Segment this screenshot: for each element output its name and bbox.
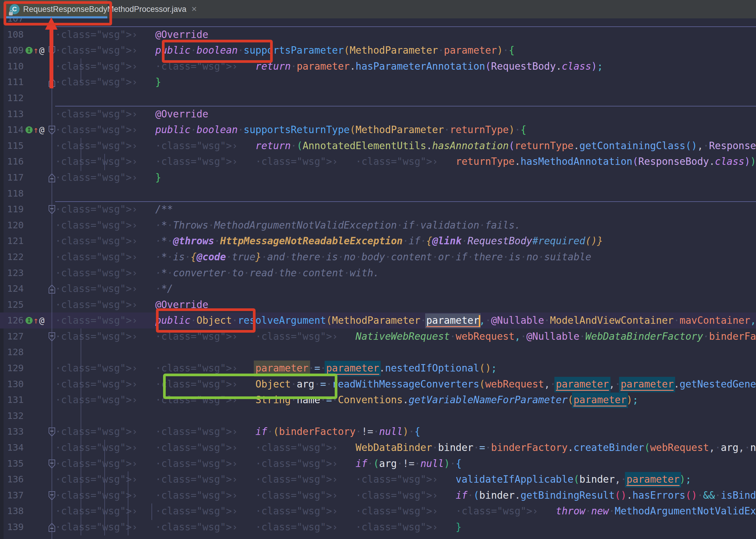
line-number[interactable]: 131 [0,392,24,408]
code-line-133[interactable]: 133·class="wsg">› ·class="wsg">› if·(bin… [0,424,756,440]
code-line-135[interactable]: 135·class="wsg">› ·class="wsg">› ·class=… [0,456,756,472]
token: { [509,44,515,56]
code-line-132[interactable]: 132 [0,408,756,424]
code-line-116[interactable]: 116·class="wsg">› ·class="wsg">› ·class=… [0,154,756,170]
line-number[interactable]: 135 [0,456,24,472]
code-area[interactable]: 107108·class="wsg">› @Override109I↑@·cla… [0,0,756,535]
implements-method-icon[interactable]: I [26,126,33,133]
token: returnType [456,156,515,167]
line-number[interactable]: 130 [0,376,24,392]
line-number[interactable]: 119 [0,201,24,217]
token: name [750,442,756,453]
code-line-124[interactable]: 124·class="wsg">› ·*/ [0,281,756,297]
code-line-119[interactable]: 119·class="wsg">› /** [0,201,756,217]
gutter-icons [24,360,49,376]
line-number[interactable]: 120 [0,217,24,233]
line-number[interactable]: 126 [0,313,24,329]
code-line-108[interactable]: 108·class="wsg">› @Override [0,27,756,43]
code-text: ·class="wsg">› } [55,170,756,186]
code-line-126[interactable]: 126I↑@·class="wsg">› public·Object·resol… [0,313,756,329]
token: parameter [426,315,480,327]
line-number[interactable]: 123 [0,265,24,281]
code-line-117[interactable]: 117·class="wsg">› } [0,170,756,186]
code-line-137[interactable]: 137·class="wsg">› ·class="wsg">› ·class=… [0,488,756,503]
token: ·*·converter·to·read·the·content·with. [155,267,379,279]
code-line-120[interactable]: 120·class="wsg">› ·*·Throws·MethodArgume… [0,217,756,233]
code-text: ·class="wsg">› ·*·converter·to·read·the·… [55,265,756,281]
line-number[interactable]: 124 [0,281,24,297]
code-line-112[interactable]: 112 [0,90,756,106]
code-line-130[interactable]: 130·class="wsg">› ·class="wsg">› Object·… [0,376,756,392]
line-number[interactable]: 136 [0,471,24,488]
gutter-icons[interactable]: I↑@ [24,313,49,329]
code-line-115[interactable]: 115·class="wsg">› ·class="wsg">› return·… [0,138,756,154]
gutter-icons[interactable]: I↑@ [24,42,49,58]
code-line-139[interactable]: 139·class="wsg">› ·class="wsg">› ·class=… [0,519,756,535]
token: = [480,442,485,453]
token: class [715,156,744,167]
line-number[interactable]: 121 [0,233,24,249]
token: ·*·Throws·MethodArgumentNotValidExceptio… [155,219,521,231]
code-line-118[interactable]: 118 [0,186,756,201]
annotation-gutter-icon[interactable]: @ [39,122,44,138]
code-line-129[interactable]: 129·class="wsg">› ·class="wsg">› paramet… [0,360,756,376]
line-number[interactable]: 139 [0,519,24,535]
line-number[interactable]: 114 [0,122,24,138]
code-line-128[interactable]: 128 [0,344,756,360]
code-line-134[interactable]: 134·class="wsg">› ·class="wsg">› ·class=… [0,440,756,456]
gutter-icons[interactable]: I↑@ [24,122,49,138]
line-number[interactable]: 108 [0,27,24,43]
implements-method-icon[interactable]: I [26,317,33,324]
token: arg [379,458,397,469]
line-number[interactable]: 115 [0,138,24,154]
line-number[interactable]: 127 [0,329,24,345]
overrides-arrow-icon[interactable]: ↑ [33,42,38,58]
code-line-114[interactable]: 114I↑@·class="wsg">› public·boolean·supp… [0,122,756,138]
code-line-123[interactable]: 123·class="wsg">› ·*·converter·to·read·t… [0,265,756,281]
token: parameter [297,60,350,72]
token: public·boolean· [155,124,244,135]
line-number[interactable]: 128 [0,344,24,360]
code-line-125[interactable]: 125·class="wsg">› @Override [0,297,756,313]
line-number[interactable]: 109 [0,42,24,58]
line-number[interactable]: 138 [0,503,24,519]
gutter-icons [24,488,49,503]
line-number[interactable]: 113 [0,106,24,122]
gutter-icons [24,344,49,360]
code-line-111[interactable]: 111·class="wsg">› } [0,74,756,90]
line-number[interactable]: 134 [0,440,24,456]
line-number[interactable]: 129 [0,360,24,376]
overrides-arrow-icon[interactable]: ↑ [33,313,38,329]
code-line-113[interactable]: 113·class="wsg">› @Override [0,106,756,122]
annotation-gutter-icon[interactable]: @ [39,313,44,329]
code-line-138[interactable]: 138·class="wsg">› ·class="wsg">› ·class=… [0,503,756,519]
code-line-122[interactable]: 122·class="wsg">› ·*·is·{@code·true}·and… [0,249,756,265]
line-number[interactable]: 116 [0,154,24,170]
line-number[interactable]: 110 [0,58,24,74]
token: ·class="wsg">› ·class="wsg">› ·class="ws… [55,505,556,517]
code-line-136[interactable]: 136·class="wsg">› ·class="wsg">› ·class=… [0,471,756,488]
line-number[interactable]: 117 [0,170,24,186]
token: ·class="wsg">› ·class="wsg">› [55,140,256,151]
line-number[interactable]: 122 [0,249,24,265]
tab-close-icon[interactable]: ✕ [191,0,197,18]
code-line-109[interactable]: 109I↑@·class="wsg">› public·boolean·supp… [0,42,756,58]
line-number[interactable]: 112 [0,90,24,106]
token: ( [474,490,480,501]
token: RequestBody [468,235,532,247]
line-number[interactable]: 125 [0,297,24,313]
line-number[interactable]: 111 [0,74,24,90]
implements-method-icon[interactable]: I [26,47,33,54]
code-line-110[interactable]: 110·class="wsg">› ·class="wsg">› return·… [0,58,756,74]
code-line-131[interactable]: 131·class="wsg">› ·class="wsg">› String·… [0,392,756,408]
token: { [456,458,462,469]
line-number[interactable]: 132 [0,408,24,424]
code-line-127[interactable]: 127·class="wsg">› ·class="wsg">› ·class=… [0,329,756,345]
line-number[interactable]: 137 [0,488,24,503]
overrides-arrow-icon[interactable]: ↑ [33,122,38,138]
annotation-gutter-icon[interactable]: @ [39,42,44,58]
line-number[interactable]: 118 [0,186,24,201]
code-line-121[interactable]: 121·class="wsg">› ·*·@throws·HttpMessage… [0,233,756,249]
token: @Nullable [527,331,579,342]
line-number[interactable]: 133 [0,424,24,440]
